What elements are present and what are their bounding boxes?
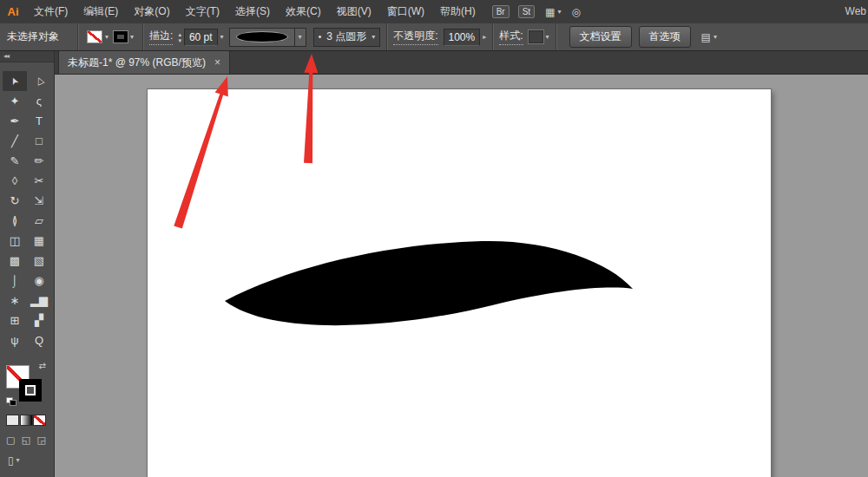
opacity-panel-link[interactable]: 不透明度:	[393, 29, 437, 45]
bridge-button[interactable]: Br	[492, 5, 510, 18]
mesh-tool[interactable]: ▩	[3, 251, 27, 271]
column-graph-tool[interactable]: ▂▆	[27, 291, 51, 310]
chevron-down-icon: ▾	[299, 34, 302, 41]
menu-edit[interactable]: 编辑(E)	[76, 0, 126, 23]
opacity-input[interactable]: 100%	[444, 29, 481, 46]
chevron-down-icon: ▾	[713, 34, 717, 41]
eraser-tool[interactable]: ◊	[3, 171, 27, 191]
document-setup-button[interactable]: 文档设置	[569, 26, 632, 48]
scissors-tool[interactable]: ✂	[27, 171, 51, 191]
control-panel-menu-button[interactable]: ▤ ▾	[701, 31, 717, 43]
hand-tool[interactable]: ψ	[3, 330, 27, 350]
width-tool[interactable]: ≬	[3, 211, 27, 231]
chevron-down-icon: ▾	[16, 457, 20, 464]
none-button[interactable]	[33, 415, 46, 426]
menu-effect[interactable]: 效果(C)	[278, 0, 329, 23]
app-logo: Ai	[0, 5, 26, 18]
slice-tool[interactable]: ▞	[27, 310, 51, 330]
arrange-documents-button[interactable]: ▦ ▾	[545, 6, 561, 18]
screen-mode-icon: ▯	[8, 454, 14, 467]
menu-object[interactable]: 对象(O)	[126, 0, 177, 23]
color-button[interactable]	[6, 415, 19, 426]
screen-mode-button[interactable]: ▯ ▾	[8, 454, 54, 467]
lasso-tool[interactable]: ς	[27, 91, 51, 111]
drawing-modes-row: ▢ ◱ ◲	[6, 435, 46, 446]
default-fill-stroke-icon[interactable]	[6, 397, 16, 405]
brush-preview-icon: •	[319, 32, 322, 42]
collapse-icon: ◂◂	[3, 52, 9, 60]
menu-file[interactable]: 文件(F)	[26, 0, 76, 23]
menu-view[interactable]: 视图(V)	[329, 0, 379, 23]
separator	[492, 23, 493, 50]
draw-normal-icon[interactable]: ▢	[6, 435, 15, 446]
gradient-tool[interactable]: ▧	[27, 251, 51, 271]
rotate-tool[interactable]: ↻	[3, 191, 27, 211]
chevron-right-icon[interactable]: ▸	[483, 34, 486, 41]
share-button[interactable]: ◎	[571, 6, 580, 18]
direct-selection-tool[interactable]: ▷	[27, 71, 51, 91]
symbol-sprayer-tool[interactable]: ∗	[3, 291, 27, 310]
document-tab[interactable]: 未标题-1* @ 97% (RGB/预览) ×	[58, 50, 230, 74]
separator	[386, 23, 387, 50]
style-swatch[interactable]	[529, 30, 543, 43]
tools-panel-header[interactable]: ◂◂	[0, 50, 54, 62]
type-tool[interactable]: T	[27, 111, 51, 131]
style-panel-link[interactable]: 样式:	[499, 29, 523, 45]
chevron-down-icon: ▾	[130, 34, 134, 41]
chevron-down-icon: ▾	[372, 34, 375, 41]
shape-builder-tool[interactable]: ◫	[3, 231, 27, 251]
menu-select[interactable]: 选择(S)	[227, 0, 278, 23]
stroke-weight-stepper[interactable]: ▴ ▾	[178, 31, 181, 43]
draw-behind-icon[interactable]: ◱	[22, 435, 30, 446]
spinner-down-icon: ▾	[178, 37, 181, 43]
width-profile-dropdown[interactable]: ▾	[229, 28, 306, 47]
tools-panel: ◂◂ ➤ ▷ ✦ ς ✒ T ╱ □ ✎ ✏ ◊ ✂ ↻ ⇲ ≬ ▱ ◫ ▦ ▩…	[0, 50, 55, 477]
canvas-area[interactable]	[54, 74, 868, 477]
menu-help[interactable]: 帮助(H)	[432, 0, 483, 23]
brush-definition-dropdown[interactable]: • 3 点圆形 ▾	[313, 28, 381, 47]
rectangle-tool[interactable]: □	[27, 131, 51, 151]
fill-stroke-control: ⇄	[6, 363, 46, 404]
eyedropper-tool[interactable]: ⌡	[3, 271, 27, 291]
stroke-panel-link[interactable]: 描边:	[149, 29, 173, 45]
selection-tool[interactable]: ➤	[3, 71, 27, 91]
width-profile-chevron[interactable]: ▾	[294, 29, 306, 46]
chevron-down-icon[interactable]: ▾	[220, 34, 224, 41]
brush-name-label: 3 点圆形	[326, 29, 366, 44]
artboard-tool[interactable]: ⊞	[3, 310, 27, 330]
gradient-button[interactable]	[20, 415, 33, 426]
draw-inside-icon[interactable]: ◲	[37, 435, 46, 446]
menu-window[interactable]: 窗口(W)	[379, 0, 432, 23]
swap-fill-stroke-icon[interactable]: ⇄	[39, 361, 46, 370]
magic-wand-tool[interactable]: ✦	[3, 91, 27, 111]
paintbrush-tool[interactable]: ✎	[3, 151, 27, 171]
workspace-label[interactable]: Web	[845, 5, 866, 17]
stroke-color-dropdown[interactable]: ▾	[111, 31, 136, 42]
blend-tool[interactable]: ◉	[27, 271, 51, 291]
chevron-down-icon: ▾	[557, 9, 561, 16]
chevron-down-icon[interactable]: ▾	[546, 34, 549, 41]
color-mode-row	[6, 415, 46, 426]
perspective-grid-tool[interactable]: ▦	[27, 231, 51, 251]
share-icon: ◎	[571, 6, 580, 18]
stroke-weight-input[interactable]: 60 pt	[184, 29, 218, 46]
scale-tool[interactable]: ⇲	[27, 191, 51, 211]
close-icon[interactable]: ×	[214, 57, 220, 68]
zoom-tool[interactable]: Q	[27, 330, 51, 350]
separator	[142, 23, 143, 50]
pen-tool[interactable]: ✒	[3, 111, 27, 131]
arrange-grid-icon: ▦	[545, 6, 555, 18]
free-transform-tool[interactable]: ▱	[27, 211, 51, 231]
width-profile-preview	[230, 29, 294, 46]
separator	[556, 23, 556, 50]
menu-type[interactable]: 文字(T)	[178, 0, 227, 23]
artboard[interactable]	[148, 89, 771, 477]
preferences-button[interactable]: 首选项	[639, 26, 691, 48]
pencil-tool[interactable]: ✏	[27, 151, 51, 171]
stroke-swatch[interactable]	[19, 379, 42, 402]
separator	[77, 23, 78, 50]
stock-button[interactable]: St	[518, 5, 535, 18]
line-segment-tool[interactable]: ╱	[3, 131, 27, 151]
spinner-up-icon: ▴	[178, 31, 181, 37]
fill-color-dropdown[interactable]: ▾	[84, 30, 111, 43]
